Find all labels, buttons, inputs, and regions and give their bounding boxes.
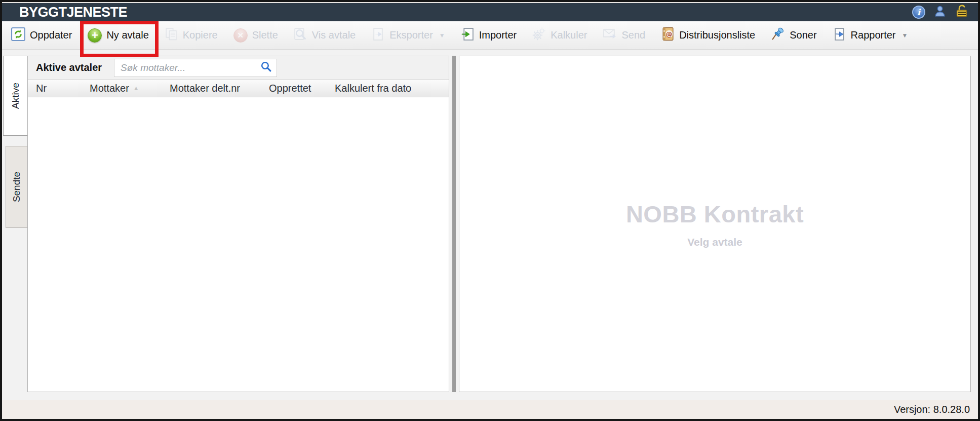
toolbar-button-soner[interactable]: Soner [770, 25, 817, 46]
sort-asc-icon: ▲ [133, 85, 139, 92]
info-icon[interactable]: i [912, 6, 925, 19]
toolbar-button-kalkuler: Kalkuler [531, 25, 588, 46]
title-bar: BYGGTJENESTE i [2, 2, 978, 21]
toolbar-button-label: Kalkuler [551, 29, 587, 41]
watermark-title: NOBB Kontrakt [626, 200, 804, 228]
table-header-row: Nr Mottaker ▲ Mottaker delt.nr Opprettet… [28, 79, 449, 97]
svg-text:@: @ [666, 30, 673, 38]
toolbar-button-vis-avtale: Vis avtale [293, 25, 357, 46]
column-header-nr[interactable]: Nr [28, 83, 89, 94]
column-label: Mottaker delt.nr [170, 83, 240, 94]
toolbar-button-slette: ✕ Slette [232, 26, 279, 45]
toolbar-button-label: Eksporter [389, 29, 433, 41]
toolbar-button-ny-avtale[interactable]: + Ny avtale [87, 26, 149, 45]
toolbar-button-label: Importer [479, 29, 517, 41]
column-header-mottaker-delt-nr[interactable]: Mottaker delt.nr [169, 83, 268, 94]
export-icon [371, 27, 385, 44]
toolbar-button-label: Send [621, 29, 645, 41]
unlock-icon[interactable] [955, 5, 969, 20]
tab-label: Aktive [10, 83, 21, 109]
column-header-opprettet[interactable]: Opprettet [268, 83, 334, 94]
table-body-empty [28, 97, 449, 392]
delete-icon: ✕ [233, 28, 248, 43]
import-icon [461, 27, 475, 44]
panel-splitter[interactable] [452, 56, 456, 392]
tab-aktive[interactable]: Aktive [3, 56, 27, 136]
pin-icon [771, 27, 785, 44]
dropdown-caret-icon: ▼ [902, 32, 908, 39]
app-window: BYGGTJENESTE i [0, 0, 980, 421]
toolbar-button-label: Distribusjonsliste [679, 29, 755, 41]
agreements-list-panel: Aktive avtaler Nr Mottaker [27, 56, 449, 392]
column-label: Opprettet [269, 83, 311, 94]
detail-placeholder-panel: NOBB Kontrakt Velg avtale [459, 56, 971, 392]
toolbar-button-eksporter: Eksporter ▼ [370, 25, 446, 46]
column-label: Mottaker [90, 83, 129, 94]
sidebar-tabstrip: Aktive Sendte [2, 56, 27, 392]
address-book-icon: @ [661, 27, 675, 44]
list-header-bar: Aktive avtaler [28, 56, 449, 79]
version-label: Versjon: 8.0.28.0 [894, 404, 970, 415]
toolbar-button-label: Kopiere [183, 29, 218, 41]
search-box [114, 59, 277, 77]
report-icon [833, 27, 846, 44]
toolbar-button-label: Soner [790, 29, 816, 41]
dropdown-caret-icon: ▼ [439, 32, 445, 39]
toolbar-button-label: Oppdater [30, 29, 72, 41]
calculate-icon [532, 27, 546, 44]
toolbar-button-label: Slette [252, 29, 278, 41]
toolbar-button-label: Vis avtale [312, 29, 356, 41]
toolbar-button-label: Ny avtale [106, 29, 148, 41]
column-header-mottaker[interactable]: Mottaker ▲ [89, 83, 169, 94]
titlebar-icon-group: i [912, 5, 969, 20]
app-title: BYGGTJENESTE [19, 5, 127, 20]
column-label: Nr [36, 83, 47, 94]
user-icon[interactable] [933, 5, 947, 20]
view-icon [294, 27, 307, 44]
toolbar-button-oppdater[interactable]: Oppdater [10, 25, 73, 46]
column-label: Kalkulert fra dato [335, 83, 411, 94]
tab-label: Sendte [11, 172, 22, 202]
status-bar: Versjon: 8.0.28.0 [2, 400, 978, 419]
watermark-subtitle: Velg avtale [687, 236, 742, 248]
toolbar-button-rapporter[interactable]: Rapporter ▼ [832, 25, 909, 46]
toolbar-button-label: Rapporter [851, 29, 896, 41]
main-content: Aktive Sendte Aktive avtaler [2, 50, 978, 400]
refresh-icon [11, 27, 25, 44]
search-input[interactable] [121, 62, 260, 73]
toolbar-button-kopiere: Kopiere [164, 25, 219, 46]
main-toolbar: Oppdater + Ny avtale Kopiere ✕ Slette [2, 21, 978, 50]
list-title: Aktive avtaler [36, 62, 102, 73]
search-icon[interactable] [260, 61, 272, 74]
copy-icon [165, 27, 178, 44]
toolbar-button-send: Send [602, 25, 646, 45]
toolbar-button-importer[interactable]: Importer [460, 25, 518, 46]
send-icon [603, 27, 617, 43]
toolbar-button-distribusjonsliste[interactable]: @ Distribusjonsliste [660, 25, 756, 46]
column-header-kalkulert-fra-dato[interactable]: Kalkulert fra dato [334, 83, 438, 94]
tab-sendte[interactable]: Sendte [6, 146, 27, 228]
add-icon: + [88, 28, 102, 43]
